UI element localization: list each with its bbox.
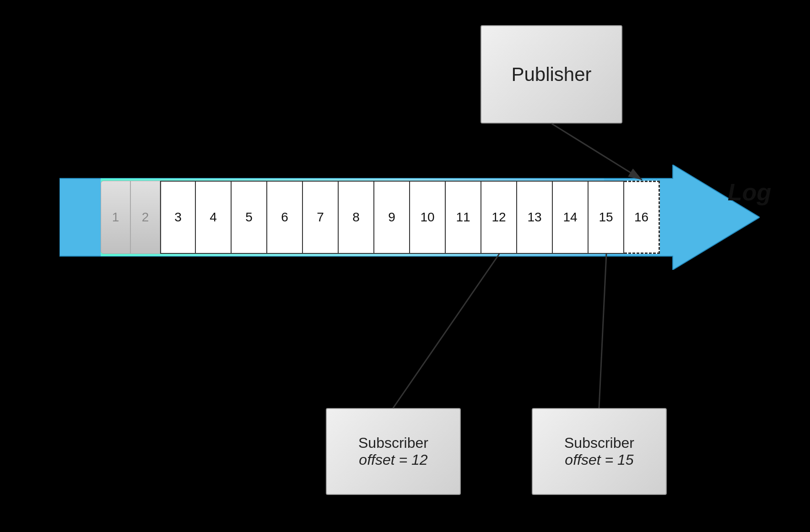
log-cell-4: 4: [196, 181, 232, 254]
subscriber-box-2: Subscriber offset = 15: [532, 408, 667, 495]
log-cell-11: 11: [446, 181, 481, 254]
subscriber-1-label: Subscriber: [358, 435, 428, 451]
log-cell-12: 12: [481, 181, 517, 254]
log-cell-5: 5: [232, 181, 267, 254]
log-cell-15: 15: [589, 181, 624, 254]
log-cell-10: 10: [410, 181, 446, 254]
log-cell-13: 13: [517, 181, 553, 254]
subscriber-2-offset: offset = 15: [565, 451, 633, 468]
log-label: Log: [728, 178, 771, 206]
log-cells: 1 2 3 4 5 6 7 8 9 10 11 12 13 14 15 16: [101, 181, 660, 254]
log-cell-2: 2: [130, 181, 160, 254]
publisher-label: Publisher: [511, 64, 591, 86]
log-cell-6: 6: [267, 181, 303, 254]
log-cell-16: 16: [624, 181, 660, 254]
svg-line-3: [599, 254, 606, 408]
svg-line-2: [393, 254, 499, 408]
log-cell-9: 9: [374, 181, 410, 254]
diagram-container: Publisher 1 2: [0, 0, 810, 532]
log-cell-8: 8: [339, 181, 374, 254]
publisher-box: Publisher: [481, 25, 622, 124]
subscriber-1-offset: offset = 12: [359, 451, 427, 468]
subscriber-box-1: Subscriber offset = 12: [326, 408, 461, 495]
log-cell-1: 1: [101, 181, 130, 254]
log-cell-3: 3: [160, 181, 196, 254]
subscriber-2-label: Subscriber: [564, 435, 634, 451]
log-cell-7: 7: [303, 181, 339, 254]
log-arrow-container: 1 2 3 4 5 6 7 8 9 10 11 12 13 14 15 16: [59, 165, 760, 270]
log-cell-14: 14: [553, 181, 589, 254]
